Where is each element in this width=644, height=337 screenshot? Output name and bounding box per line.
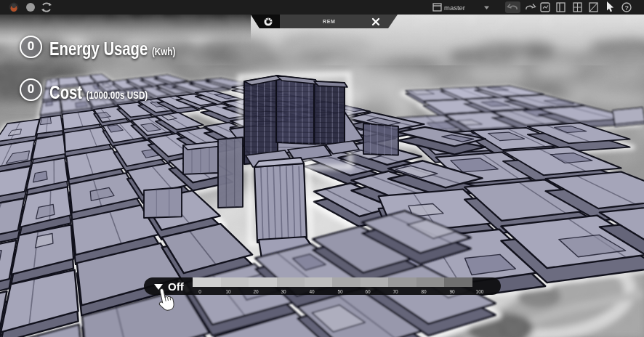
svg-text:?: ?: [625, 4, 629, 12]
svg-text:master: master: [444, 4, 465, 12]
